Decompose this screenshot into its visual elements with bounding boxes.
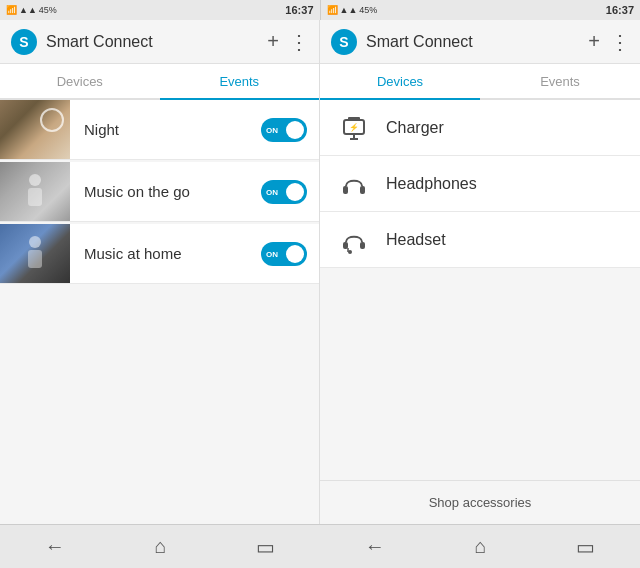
left-status-icons: 📶 ▲▲ 45% [6, 5, 57, 15]
tab-devices-left[interactable]: Devices [0, 64, 160, 98]
left-app-header: S Smart Connect + ⋮ [0, 20, 319, 64]
left-time: 16:37 [285, 4, 313, 16]
svg-text:⚡: ⚡ [349, 122, 359, 132]
right-add-button[interactable]: + [588, 30, 600, 53]
right-more-button[interactable]: ⋮ [610, 30, 630, 54]
nav-right: ← ⌂ ▭ [320, 524, 640, 568]
svg-text:S: S [19, 34, 28, 50]
recents-button-left[interactable]: ▭ [242, 529, 289, 565]
event-thumb-music-home [0, 224, 70, 284]
svg-rect-3 [28, 188, 42, 206]
wifi-icon: ▲▲ [19, 5, 37, 15]
status-bar-left: 📶 ▲▲ 45% 16:37 [0, 0, 320, 20]
svg-rect-16 [360, 242, 365, 249]
app-logo-left: S [10, 28, 38, 56]
event-label-night: Night [70, 121, 261, 138]
svg-point-4 [29, 236, 41, 248]
event-thumb-music-go [0, 162, 70, 222]
device-item-headphones[interactable]: Headphones [320, 156, 640, 212]
left-add-button[interactable]: + [267, 30, 279, 53]
device-label-headphones: Headphones [386, 175, 477, 193]
event-label-music-go: Music on the go [70, 183, 261, 200]
toggle-night[interactable]: ON [261, 118, 307, 142]
device-item-charger[interactable]: ⚡ Charger [320, 100, 640, 156]
tab-events-left[interactable]: Events [160, 64, 320, 98]
shop-accessories-label: Shop accessories [429, 495, 532, 510]
toggle-music-home[interactable]: ON [261, 242, 307, 266]
home-button-left[interactable]: ⌂ [140, 529, 180, 564]
event-item-music-go[interactable]: Music on the go ON [0, 162, 319, 222]
right-tabs: Devices Events [320, 64, 640, 100]
battery-icon: 45% [39, 5, 57, 15]
svg-point-2 [29, 174, 41, 186]
event-item-music-home[interactable]: Music at home ON [0, 224, 319, 284]
right-app-title: Smart Connect [366, 33, 578, 51]
event-item-night[interactable]: Night ON [0, 100, 319, 160]
toggle-music-go[interactable]: ON [261, 180, 307, 204]
right-app-header: S Smart Connect + ⋮ [320, 20, 640, 64]
svg-rect-14 [360, 186, 365, 194]
tab-events-right[interactable]: Events [480, 64, 640, 98]
left-app-title: Smart Connect [46, 33, 257, 51]
headphones-icon [336, 166, 372, 202]
nav-left: ← ⌂ ▭ [0, 524, 320, 568]
wifi-icon-r: ▲▲ [340, 5, 358, 15]
nav-bar: ← ⌂ ▭ ← ⌂ ▭ [0, 524, 640, 568]
right-status-icons: 📶 ▲▲ 45% [327, 5, 378, 15]
svg-rect-9 [348, 117, 360, 121]
signal-icon: 📶 [6, 5, 17, 15]
status-bar: 📶 ▲▲ 45% 16:37 📶 ▲▲ 45% 16:37 [0, 0, 640, 20]
events-list: Night ON Music on the go [0, 100, 319, 524]
device-label-charger: Charger [386, 119, 444, 137]
svg-rect-15 [343, 242, 348, 249]
signal-icon-r: 📶 [327, 5, 338, 15]
shop-footer[interactable]: Shop accessories [320, 480, 640, 524]
svg-point-18 [348, 250, 352, 254]
toggle-music-go-label: ON [266, 187, 278, 196]
back-button-left[interactable]: ← [31, 529, 79, 564]
app-logo-right: S [330, 28, 358, 56]
left-more-button[interactable]: ⋮ [289, 30, 309, 54]
devices-list: ⚡ Charger Headphones [320, 100, 640, 524]
tab-devices-right[interactable]: Devices [320, 64, 480, 98]
device-label-headset: Headset [386, 231, 446, 249]
home-button-right[interactable]: ⌂ [460, 529, 500, 564]
left-panel: S Smart Connect + ⋮ Devices Events [0, 20, 320, 524]
device-item-headset[interactable]: Headset [320, 212, 640, 268]
right-panel: S Smart Connect + ⋮ Devices Events [320, 20, 640, 524]
panels-container: S Smart Connect + ⋮ Devices Events [0, 20, 640, 524]
back-button-right[interactable]: ← [351, 529, 399, 564]
toggle-music-home-label: ON [266, 249, 278, 258]
status-bar-right: 📶 ▲▲ 45% 16:37 [321, 0, 641, 20]
event-label-music-home: Music at home [70, 245, 261, 262]
recents-button-right[interactable]: ▭ [562, 529, 609, 565]
battery-icon-r: 45% [359, 5, 377, 15]
svg-rect-5 [28, 250, 42, 268]
left-tabs: Devices Events [0, 64, 319, 100]
charger-icon: ⚡ [336, 110, 372, 146]
right-time: 16:37 [606, 4, 634, 16]
toggle-night-label: ON [266, 125, 278, 134]
svg-text:S: S [339, 34, 348, 50]
event-thumb-night [0, 100, 70, 160]
svg-rect-13 [343, 186, 348, 194]
headset-icon [336, 222, 372, 258]
